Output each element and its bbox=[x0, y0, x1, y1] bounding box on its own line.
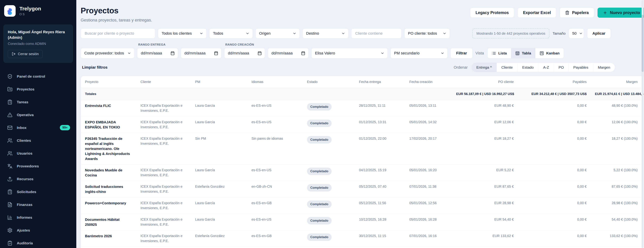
col-header-po-cliente[interactable]: PO cliente bbox=[452, 76, 518, 88]
table-row[interactable]: Entrevista FLIC ICEX España Exportación … bbox=[81, 100, 641, 116]
status-badge: Completado bbox=[307, 168, 332, 175]
clear-filters-link[interactable]: Limpiar filtros bbox=[82, 65, 108, 70]
delivery-date: 30/12/2025, 11:15 bbox=[355, 230, 405, 247]
client-filter-select[interactable]: Todos los clientes bbox=[158, 28, 206, 38]
view-switcher-group: Vista Lista Tabla Kanban bbox=[476, 48, 564, 58]
sidebar-item[interactable]: Clientes bbox=[0, 134, 76, 147]
creation-date-to-input[interactable]: dd/mm/aaaa bbox=[268, 48, 308, 58]
delivery-date-from-input[interactable]: dd/mm/aaaa bbox=[137, 48, 178, 58]
project-name: Powerco+Contemporary bbox=[81, 197, 136, 214]
page-title: Proyectos bbox=[81, 6, 152, 15]
status-badge: Completado bbox=[307, 234, 332, 241]
export-excel-button[interactable]: Exportar Excel bbox=[518, 8, 556, 18]
col-header-cliente[interactable]: Cliente bbox=[136, 76, 191, 88]
kanban-icon bbox=[540, 51, 544, 55]
table-row[interactable]: Novedades Mueble de Cocina ICEX España E… bbox=[81, 165, 641, 181]
sidebar-item[interactable]: Tareas bbox=[0, 96, 76, 108]
page-size-select[interactable]: 50 bbox=[569, 28, 584, 38]
project-client: ICEX España Exportación e Inversiones, E… bbox=[136, 100, 191, 116]
col-header-proyecto[interactable]: Proyecto bbox=[81, 76, 136, 88]
col-header-payables[interactable]: Payables bbox=[518, 76, 591, 88]
col-header-fecha-entrega[interactable]: Fecha entrega bbox=[355, 76, 405, 88]
calendar-icon bbox=[170, 51, 175, 55]
chevron-down-icon bbox=[443, 31, 446, 35]
user-status: Conectado como ADMIN bbox=[8, 42, 68, 46]
table-row[interactable]: Documentos Hábitat 250925 ICEX España Ex… bbox=[81, 214, 641, 230]
margin-amount: 133,62 € (100.0%) bbox=[591, 230, 641, 247]
margin-amount: 87,65 € (100.0%) bbox=[591, 181, 641, 197]
status-filter-select[interactable]: Todos bbox=[209, 28, 253, 38]
provider-cost-select[interactable]: Coste proveedor: todos bbox=[81, 48, 134, 58]
sidebar-item[interactable]: Recursos bbox=[0, 173, 76, 185]
creation-date-from-input[interactable]: dd/mm/aaaa bbox=[224, 48, 265, 58]
table-row[interactable]: Powerco+Contemporary ICEX España Exporta… bbox=[81, 197, 641, 214]
table-row[interactable]: Solicitud traducciones inglés-chino ICEX… bbox=[81, 181, 641, 197]
col-header-idiomas[interactable]: Idiomas bbox=[247, 76, 303, 88]
projects-table-card: Proyecto Cliente PM Idiomas Estado Fecha… bbox=[81, 76, 644, 248]
col-header-fecha-creacion[interactable]: Fecha creación bbox=[405, 76, 452, 88]
project-client: ICEX España Exportación e Inversiones, E… bbox=[136, 214, 191, 230]
sidebar-item[interactable]: Solicitudes bbox=[0, 185, 76, 198]
view-option[interactable]: Lista bbox=[488, 48, 511, 58]
margin-amount: 54,40 € (100.0%) bbox=[591, 214, 641, 230]
project-client: ICEX España Exportación e Inversiones, E… bbox=[136, 247, 191, 248]
search-input[interactable] bbox=[81, 28, 155, 38]
payables-amount: 0,00 € bbox=[518, 165, 591, 181]
results-count-badge: Mostrando 1-50 de 442 proyectos operativ… bbox=[472, 28, 550, 38]
sidebar-item[interactable]: Finanzas bbox=[0, 198, 76, 211]
logout-button[interactable]: Cerrar sesión bbox=[8, 50, 43, 58]
new-project-button[interactable]: Nuevo proyecto bbox=[598, 8, 644, 18]
creation-date: 05/01/2026, 16:20 bbox=[405, 165, 452, 181]
sidebar-item[interactable]: Proyectos bbox=[0, 83, 76, 96]
creation-date: 07/01/2026, 11:38 bbox=[405, 181, 452, 197]
table-row[interactable]: P26691 - Contexto Barómetro ICEX España … bbox=[81, 247, 641, 248]
legacy-protemos-button[interactable]: Legacy Protemos bbox=[470, 8, 514, 18]
project-name: Entrevista FLIC bbox=[81, 100, 136, 116]
sidebar-item[interactable]: Auditoría bbox=[0, 237, 76, 248]
col-header-pm[interactable]: PM bbox=[191, 76, 247, 88]
sort-chip[interactable]: PO bbox=[554, 63, 568, 72]
vertical-scrollbar[interactable] bbox=[642, 0, 644, 248]
col-header-margen[interactable]: Margen bbox=[591, 76, 641, 88]
col-header-estado[interactable]: Estado bbox=[303, 76, 355, 88]
delivery-date-to-input[interactable]: dd/mm/aaaa bbox=[181, 48, 222, 58]
sidebar-item[interactable]: Operativa bbox=[0, 108, 76, 121]
chevron-down-icon bbox=[127, 51, 131, 55]
sort-chip[interactable]: Payables bbox=[568, 63, 593, 72]
apply-button[interactable]: Aplicar bbox=[587, 28, 611, 38]
sidebar-item[interactable]: Ajustes bbox=[0, 224, 76, 237]
trash-button[interactable]: Papelera bbox=[560, 8, 594, 18]
filter-button[interactable]: Filtrar bbox=[450, 48, 473, 58]
sort-chip[interactable]: Margen bbox=[593, 63, 615, 72]
project-name: Novedades Mueble de Cocina bbox=[81, 165, 136, 181]
sidebar-item[interactable]: Usuarios bbox=[0, 147, 76, 160]
sidebar-item[interactable]: Inbox 99+ bbox=[0, 121, 76, 134]
sort-chip[interactable]: Estado bbox=[518, 63, 538, 72]
project-client: ICEX España Exportación e Inversiones, E… bbox=[136, 165, 191, 181]
table-row[interactable]: P26345 Traducción de español al inglés n… bbox=[81, 133, 641, 165]
po-client-select[interactable]: PO cliente: todos bbox=[404, 28, 450, 38]
sidebar-item[interactable]: Proveedores bbox=[0, 160, 76, 173]
sort-chip[interactable]: A-Z bbox=[538, 63, 554, 72]
view-option[interactable]: Kanban bbox=[535, 48, 564, 58]
scrollbar-thumb[interactable] bbox=[642, 15, 644, 72]
po-amount: EUR 12,06 € bbox=[452, 116, 518, 133]
gear-icon bbox=[7, 228, 12, 233]
pm-select[interactable]: Elisa Valero bbox=[311, 48, 388, 58]
status-badge: Completado bbox=[307, 120, 332, 127]
table-row[interactable]: EXPO EMBAJADA ESPAÑOL EN TOKIO ICEX Espa… bbox=[81, 116, 641, 133]
table-row[interactable]: Barómetro 2026 ICEX España Exportación e… bbox=[81, 230, 641, 247]
destination-language-select[interactable]: Destino bbox=[302, 28, 348, 38]
alert-triangle-icon bbox=[7, 112, 12, 117]
secondary-pm-select[interactable]: PM secundario bbox=[390, 48, 448, 58]
sidebar-item[interactable]: Informes bbox=[0, 211, 76, 224]
client-contains-input[interactable] bbox=[351, 28, 402, 38]
sidebar-item[interactable]: Panel de control bbox=[0, 70, 76, 83]
project-pm: Estefanía González bbox=[191, 230, 247, 247]
delivery-date: 05/12/2025, 11:56 bbox=[355, 197, 405, 214]
view-option[interactable]: Tabla bbox=[511, 48, 535, 58]
origin-language-select[interactable]: Origen bbox=[256, 28, 300, 38]
sort-chip[interactable]: Entrega ^ bbox=[472, 63, 496, 72]
list-icon bbox=[492, 51, 496, 55]
sort-chip[interactable]: Cliente bbox=[496, 63, 518, 72]
